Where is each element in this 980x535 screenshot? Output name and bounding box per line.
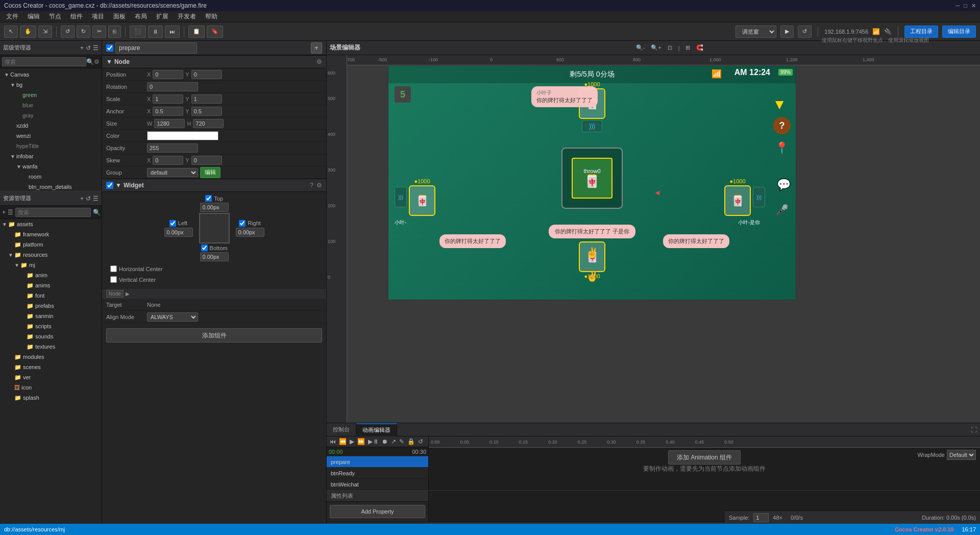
widget-right-checkbox[interactable] bbox=[239, 220, 246, 227]
asset-item-ver[interactable]: 📁ver bbox=[0, 372, 102, 382]
tl-btn-start[interactable]: ⏮ bbox=[330, 438, 336, 445]
scene-grid-toggle[interactable]: ⊞ bbox=[683, 43, 692, 52]
asset-header-btns[interactable]: + ↺ ☰ bbox=[80, 195, 99, 202]
asset-item-anim[interactable]: 📁anim bbox=[0, 270, 102, 280]
toolbar-undo[interactable]: ↺ bbox=[61, 26, 75, 38]
menu-layout[interactable]: 布局 bbox=[131, 11, 151, 22]
timeline-item-btnweichat[interactable]: btnWeichat bbox=[327, 479, 428, 490]
asset-refresh-btn[interactable]: ↺ bbox=[86, 195, 91, 202]
widget-help-icon[interactable]: ? bbox=[310, 182, 313, 189]
bottom-panel-expand[interactable]: ⛶ bbox=[968, 426, 980, 433]
hierarchy-settings-icon[interactable]: ⚙ bbox=[94, 58, 100, 65]
asset-add-icon[interactable]: + bbox=[2, 209, 6, 216]
asset-item-sanmin[interactable]: 📁sanmin bbox=[0, 311, 102, 321]
asset-item-assets[interactable]: ▼📁assets bbox=[0, 219, 102, 229]
menu-edit[interactable]: 编辑 bbox=[23, 11, 44, 22]
size-w-input[interactable] bbox=[154, 119, 185, 128]
node-section-gear[interactable]: ⚙ bbox=[316, 58, 322, 65]
window-controls[interactable]: ─ □ ✕ bbox=[956, 3, 976, 9]
mic-btn[interactable]: 🎤 bbox=[776, 204, 789, 216]
editor-dir-btn[interactable]: 编辑目录 bbox=[942, 26, 976, 38]
node-expand-arrow[interactable]: ▼ bbox=[106, 58, 112, 65]
menu-project[interactable]: 项目 bbox=[88, 11, 108, 22]
asset-item-resources[interactable]: ▼📁resources bbox=[0, 250, 102, 260]
menu-component[interactable]: 组件 bbox=[66, 11, 87, 22]
asset-item-icon[interactable]: 🖼icon bbox=[0, 382, 102, 393]
widget-bottom-checkbox[interactable] bbox=[201, 245, 208, 251]
skew-y-input[interactable] bbox=[191, 156, 222, 165]
tl-btn-edit[interactable]: ✎ bbox=[399, 438, 404, 445]
widget-gear-icon[interactable]: ⚙ bbox=[316, 182, 322, 189]
play-btn[interactable]: ▶ bbox=[780, 26, 794, 38]
vertical-center-checkbox[interactable] bbox=[110, 276, 117, 283]
widget-bottom-input[interactable] bbox=[200, 252, 229, 261]
scale-x-input[interactable] bbox=[153, 94, 183, 104]
scene-snap[interactable]: 🧲 bbox=[694, 43, 705, 52]
add-component-icon-btn[interactable]: + bbox=[311, 42, 322, 54]
asset-item-sounds[interactable]: 📁sounds bbox=[0, 331, 102, 342]
color-swatch[interactable] bbox=[147, 131, 218, 140]
timeline-item-btnready[interactable]: btnReady bbox=[327, 468, 428, 479]
toolbar-copy[interactable]: ⎘ bbox=[108, 26, 121, 38]
toolbar-play[interactable]: ⬛ bbox=[130, 26, 146, 38]
menu-panel[interactable]: 面板 bbox=[109, 11, 130, 22]
tl-btn-snap[interactable]: ↗ bbox=[391, 438, 396, 445]
rotation-input[interactable] bbox=[147, 82, 198, 91]
widget-checkbox[interactable] bbox=[106, 182, 113, 189]
menu-file[interactable]: 文件 bbox=[2, 11, 22, 22]
tl-btn-play[interactable]: ▶ bbox=[350, 438, 354, 445]
size-h-input[interactable] bbox=[193, 119, 224, 128]
asset-item-scripts[interactable]: 📁scripts bbox=[0, 321, 102, 331]
asset-item-font[interactable]: 📁font bbox=[0, 290, 102, 301]
tl-btn-record[interactable]: ⏺ bbox=[382, 438, 388, 445]
node-active-checkbox[interactable] bbox=[106, 44, 113, 52]
toolbar-redo[interactable]: ↻ bbox=[77, 26, 90, 38]
anchor-y-input[interactable] bbox=[191, 107, 222, 116]
widget-top-input[interactable] bbox=[200, 203, 229, 212]
scene-fit[interactable]: ⊡ bbox=[666, 43, 674, 52]
menu-extend[interactable]: 扩展 bbox=[152, 11, 173, 22]
tree-item-wanfa[interactable]: ▼wanfa bbox=[0, 161, 102, 172]
group-edit-btn[interactable]: 编辑 bbox=[200, 167, 220, 178]
widget-right-input[interactable] bbox=[236, 228, 264, 237]
toolbar-scale[interactable]: ⇲ bbox=[38, 26, 52, 38]
asset-search-input[interactable] bbox=[15, 208, 91, 217]
widget-left-input[interactable] bbox=[164, 228, 193, 237]
asset-item-scenes[interactable]: 📁scenes bbox=[0, 362, 102, 372]
asset-item-mj[interactable]: ▼📁mj bbox=[0, 260, 102, 270]
skew-x-input[interactable] bbox=[153, 156, 183, 165]
opacity-input[interactable] bbox=[147, 143, 198, 153]
question-btn[interactable]: ? bbox=[773, 117, 791, 134]
menu-help[interactable]: 帮助 bbox=[201, 11, 222, 22]
refresh-btn[interactable]: ↺ bbox=[798, 26, 812, 38]
tl-btn-lock[interactable]: 🔒 bbox=[407, 438, 415, 445]
close-btn[interactable]: ✕ bbox=[971, 3, 976, 9]
tl-btn-reset[interactable]: ↺ bbox=[418, 438, 423, 445]
tree-item-blue[interactable]: blue bbox=[0, 100, 102, 110]
tree-item-hypetitle[interactable]: hypeTitle bbox=[0, 141, 102, 151]
tree-item-gray[interactable]: gray bbox=[0, 110, 102, 120]
toolbar-pause[interactable]: ⏸ bbox=[148, 26, 163, 38]
position-y-input[interactable] bbox=[191, 70, 222, 79]
tree-item-wenzi[interactable]: wenzi bbox=[0, 131, 102, 141]
preview-mode-select[interactable]: 调览窗 bbox=[736, 26, 776, 38]
maximize-btn[interactable]: □ bbox=[964, 3, 967, 9]
asset-item-textures[interactable]: 📁textures bbox=[0, 342, 102, 352]
widget-top-checkbox[interactable] bbox=[205, 195, 212, 202]
toolbar-bookmark1[interactable]: 📋 bbox=[188, 26, 205, 38]
align-mode-select[interactable]: ALWAYS bbox=[147, 312, 198, 322]
sample-input[interactable] bbox=[753, 513, 769, 522]
asset-item-splash[interactable]: 📁splash bbox=[0, 393, 102, 403]
hierarchy-header-btns[interactable]: + ↺ ☰ bbox=[80, 44, 99, 52]
node-name-input[interactable] bbox=[115, 42, 197, 54]
hierarchy-search-input[interactable] bbox=[2, 57, 86, 66]
tl-btn-prev[interactable]: ⏪ bbox=[339, 438, 347, 445]
timeline-item-prepare[interactable]: prepare bbox=[327, 456, 428, 468]
scene-content[interactable]: 700 -500 -100 0 600 800 1,000 1,200 1,40… bbox=[327, 55, 980, 423]
tree-item-canvas[interactable]: ▼Canvas bbox=[0, 69, 102, 80]
hierarchy-add-btn[interactable]: + bbox=[80, 44, 84, 52]
add-property-btn[interactable]: Add Property bbox=[330, 505, 425, 518]
asset-item-framework[interactable]: 📁framework bbox=[0, 229, 102, 239]
widget-expand-arrow[interactable]: ▼ bbox=[115, 182, 121, 189]
tree-item-infobar[interactable]: ▼infobar bbox=[0, 151, 102, 161]
